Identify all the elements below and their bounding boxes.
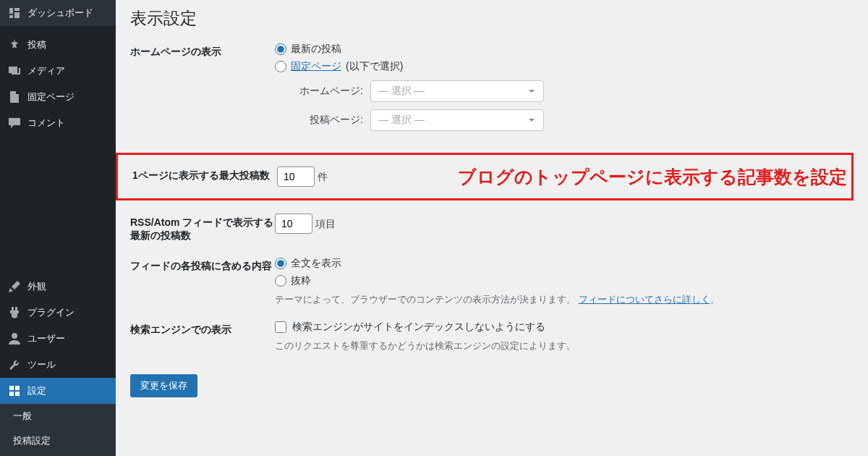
radio-static-input[interactable] <box>275 61 286 72</box>
sidebar-item-posts[interactable]: 投稿 <box>0 32 116 58</box>
sidebar-item-dashboard[interactable]: ダッシュボード <box>0 0 116 26</box>
svg-rect-4 <box>15 392 20 396</box>
save-button[interactable]: 変更を保存 <box>130 374 197 397</box>
brush-icon <box>7 279 22 294</box>
rss-row: RSS/Atom フィードで表示する最新の投稿数 項目 <box>130 214 854 242</box>
homepage-select[interactable]: — 選択 — <box>370 80 544 102</box>
sidebar-item-comments[interactable]: コメント <box>0 110 116 136</box>
sidebar-label: ユーザー <box>27 332 65 345</box>
wrench-icon <box>7 358 22 372</box>
svg-rect-2 <box>15 386 20 390</box>
radio-static-page[interactable]: 固定ページ (以下で選択) <box>275 60 854 73</box>
main-content: 表示設定 ホームページの表示 最新の投稿 固定ページ (以下で選択) ホームペー… <box>116 0 868 456</box>
svg-rect-3 <box>9 392 14 396</box>
annotation-text: ブログのトップページに表示する記事数を設定 <box>458 165 847 189</box>
rss-input[interactable] <box>275 214 312 234</box>
svg-point-0 <box>12 333 17 339</box>
postspage-select[interactable]: — 選択 — <box>370 109 544 131</box>
homepage-select-row: ホームページ: — 選択 — <box>297 80 854 102</box>
sidebar-label: 設定 <box>27 384 46 397</box>
search-engine-fields: 検索エンジンがサイトをインデックスしないようにする このリクエストを尊重するかど… <box>275 321 854 352</box>
sidebar-label: 外観 <box>27 280 46 293</box>
comment-icon <box>7 116 22 130</box>
sidebar-item-plugins[interactable]: プラグイン <box>0 300 116 326</box>
feed-more-link[interactable]: フィードについてさらに詳しく <box>579 294 710 305</box>
feed-desc: テーマによって、ブラウザーでのコンテンツの表示方法が決まります。 フィードについ… <box>275 293 854 306</box>
sidebar-item-media[interactable]: メディア <box>0 58 116 84</box>
radio-excerpt[interactable]: 抜粋 <box>275 274 854 287</box>
chevron-down-icon <box>527 87 536 96</box>
search-engine-checkbox[interactable] <box>275 321 286 333</box>
sidebar-item-settings[interactable]: 設定 <box>0 378 116 404</box>
page-title: 表示設定 <box>130 7 854 30</box>
sidebar-label: プラグイン <box>27 306 75 319</box>
highlight-box: 1ページに表示する最大投稿数 件 ブログのトップページに表示する記事数を設定 <box>116 153 854 200</box>
feed-content-label: フィードの各投稿に含める内容 <box>130 257 275 273</box>
homepage-fields: 最新の投稿 固定ページ (以下で選択) ホームページ: — 選択 — 投稿ページ… <box>275 43 854 138</box>
search-engine-label: 検索エンジンでの表示 <box>130 321 275 337</box>
search-engine-desc: このリクエストを尊重するかどうかは検索エンジンの設定によります。 <box>275 339 854 352</box>
radio-excerpt-input[interactable] <box>275 275 286 287</box>
sidebar-label: 固定ページ <box>27 90 75 104</box>
posts-per-page-input[interactable] <box>277 166 315 187</box>
chevron-down-icon <box>527 116 536 124</box>
settings-icon <box>7 384 22 398</box>
radio-latest-posts[interactable]: 最新の投稿 <box>275 43 854 56</box>
media-icon <box>7 64 22 78</box>
sidebar-label: 投稿 <box>27 38 46 51</box>
sidebar-item-appearance[interactable]: 外観 <box>0 274 116 300</box>
feed-content-row: フィードの各投稿に含める内容 全文を表示 抜粋 テーマによって、ブラウザーでのコ… <box>130 257 854 306</box>
search-engine-row: 検索エンジンでの表示 検索エンジンがサイトをインデックスしないようにする このリ… <box>130 321 854 352</box>
plugin-icon <box>7 305 22 320</box>
dashboard-icon <box>7 6 22 20</box>
sidebar-label: メディア <box>27 64 65 77</box>
sidebar-item-pages[interactable]: 固定ページ <box>0 84 116 110</box>
page-icon <box>7 90 22 104</box>
search-engine-checkbox-row[interactable]: 検索エンジンがサイトをインデックスしないようにする <box>275 321 854 334</box>
user-icon <box>7 332 22 346</box>
sidebar-sub-writing[interactable]: 投稿設定 <box>0 428 116 453</box>
sidebar-item-users[interactable]: ユーザー <box>0 326 116 352</box>
radio-latest-input[interactable] <box>275 43 286 55</box>
sidebar-sub-general[interactable]: 一般 <box>0 404 116 428</box>
rss-label: RSS/Atom フィードで表示する最新の投稿数 <box>130 214 275 242</box>
sidebar-label: ダッシュボード <box>27 7 93 20</box>
rss-field: 項目 <box>275 214 854 234</box>
svg-rect-1 <box>9 386 14 390</box>
postspage-select-row: 投稿ページ: — 選択 — <box>297 109 854 131</box>
pin-icon <box>7 38 22 52</box>
homepage-display-row: ホームページの表示 最新の投稿 固定ページ (以下で選択) ホームページ: — … <box>130 43 854 138</box>
homepage-label: ホームページの表示 <box>130 43 275 59</box>
sidebar-label: コメント <box>27 117 65 130</box>
sidebar-item-tools[interactable]: ツール <box>0 352 116 378</box>
posts-per-page-label: 1ページに表示する最大投稿数 <box>132 166 277 182</box>
sidebar-sub-reading[interactable]: 表示設定 <box>0 453 116 456</box>
admin-sidebar: ダッシュボード 投稿 メディア 固定ページ コメント 外観 プラグイン ユーザー… <box>0 0 116 456</box>
radio-fulltext-input[interactable] <box>275 258 286 269</box>
feed-content-fields: 全文を表示 抜粋 テーマによって、ブラウザーでのコンテンツの表示方法が決まります… <box>275 257 854 306</box>
sidebar-label: ツール <box>27 358 56 371</box>
radio-fulltext[interactable]: 全文を表示 <box>275 257 854 270</box>
static-page-link[interactable]: 固定ページ <box>291 60 341 73</box>
